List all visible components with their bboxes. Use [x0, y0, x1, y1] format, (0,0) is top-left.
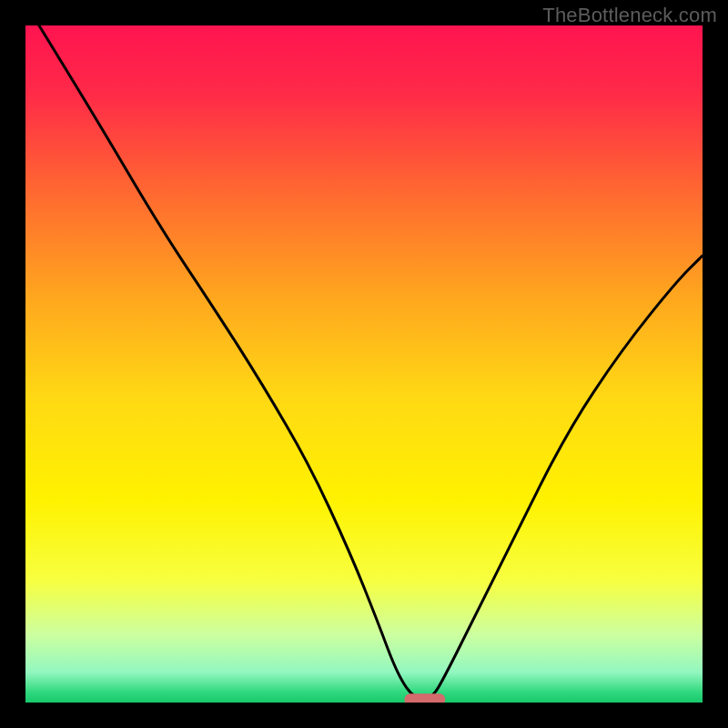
chart-frame: TheBottleneck.com [0, 0, 728, 728]
bottleneck-chart [25, 25, 703, 703]
chart-background [25, 25, 703, 703]
optimal-marker [405, 693, 446, 703]
watermark-text: TheBottleneck.com [542, 4, 717, 27]
chart-svg [25, 25, 703, 703]
